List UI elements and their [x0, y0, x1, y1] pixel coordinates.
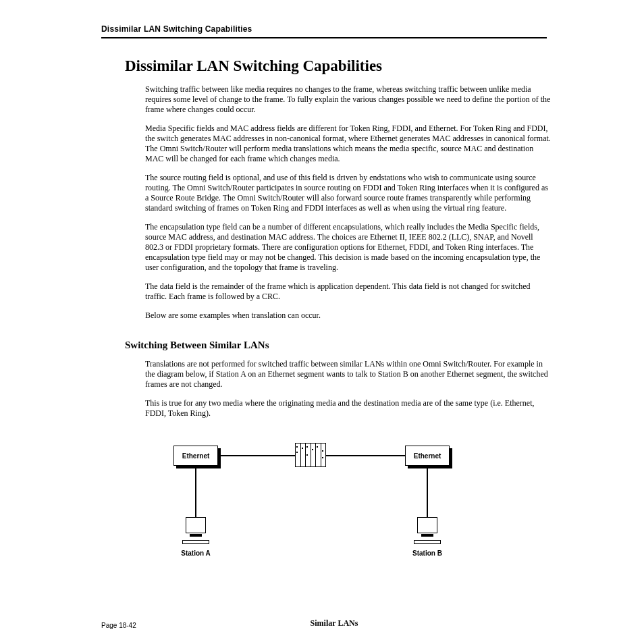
paragraph-5: The data field is the remainder of the f…	[145, 281, 553, 302]
link-left-down	[195, 468, 196, 517]
link-right-down	[427, 468, 428, 517]
page-number: Page 18-42	[101, 622, 136, 629]
station-a-label: Station A	[173, 549, 218, 557]
switch-icon	[295, 443, 326, 467]
station-b-label: Station B	[405, 549, 450, 557]
sub-paragraph-1: Translations are not performed for switc…	[145, 359, 553, 390]
section-subtitle: Switching Between Similar LANs	[125, 340, 580, 351]
running-head: Dissimilar LAN Switching Capabilities	[101, 24, 547, 38]
right-network-label: Ethernet	[414, 452, 441, 460]
link-left-to-switch	[221, 455, 295, 456]
sub-paragraph-2: This is true for any two media where the…	[145, 398, 553, 419]
paragraph-1: Switching traffic between like media req…	[145, 84, 553, 115]
similar-lans-diagram: Ethernet Ethernet Stati	[145, 446, 523, 581]
left-network-box: Ethernet	[173, 446, 218, 466]
diagram-caption: Similar LANs	[145, 618, 523, 628]
paragraph-4: The encapsulation type field can be a nu…	[145, 222, 553, 273]
paragraph-2: Media Specific fields and MAC address fi…	[145, 124, 553, 164]
left-network-label: Ethernet	[182, 452, 210, 460]
right-network-box: Ethernet	[405, 446, 450, 466]
page-title: Dissimilar LAN Switching Capabilities	[125, 57, 580, 75]
link-switch-to-right	[326, 455, 405, 456]
station-a-icon	[180, 517, 211, 544]
station-b-icon	[412, 517, 443, 544]
document-page: Dissimilar LAN Switching Capabilities Di…	[0, 0, 644, 644]
paragraph-3: The source routing field is optional, an…	[145, 173, 553, 213]
paragraph-6: Below are some examples when translation…	[145, 311, 553, 321]
